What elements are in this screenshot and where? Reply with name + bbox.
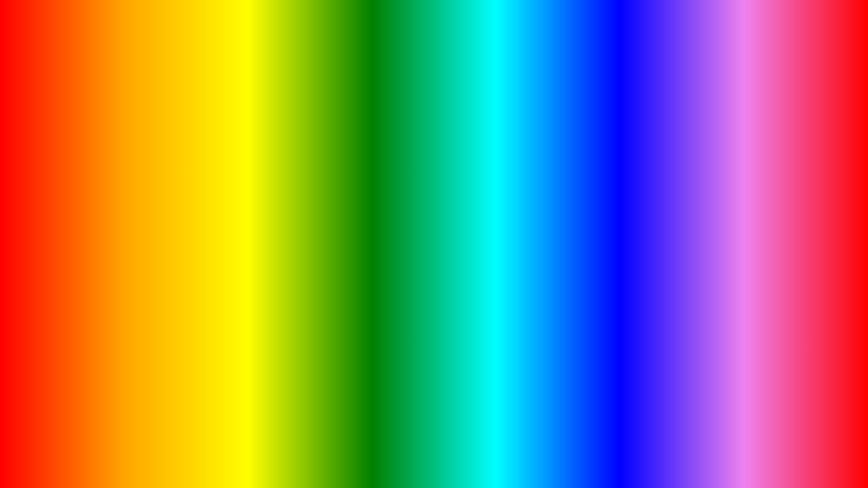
autofarm-ectoplasm-remove[interactable]: ✕ (337, 321, 345, 331)
esp-player-remove[interactable]: ✕ (798, 290, 806, 301)
right-window-header-section: # Raid - ESP — ✕ (734, 192, 806, 201)
right-hash-icon: # (734, 192, 738, 201)
refresh-weapon-button[interactable]: Refresh Weapon (130, 249, 203, 264)
refresh-row: Refresh Weapon (130, 249, 345, 264)
left-window-title: Auto Farm (283, 192, 323, 201)
right-content-area: Auto Next Island Select Raid Quake ▼ Aut… (591, 206, 813, 371)
right-window-title: Raid - ESP (743, 192, 785, 201)
left-window-header-row: Auto Farm Select Weapon (55, 206, 352, 220)
right-window: StringX Hub | BF # Raid - ESP — ✕ Auto I… (522, 187, 814, 372)
weapon-value: Death Step (136, 230, 173, 239)
auto-home-point-toggle[interactable] (323, 270, 345, 281)
skull-icon: 💀 (764, 407, 788, 430)
second-toggle[interactable] (323, 287, 345, 298)
esp-chest-row: ESP Chest ✕ (597, 306, 806, 325)
weapon-row: Death Step ▼ (130, 227, 345, 242)
right-close-button[interactable]: ✕ (800, 192, 806, 201)
right-nav-auto-item[interactable]: Auto Item (523, 232, 590, 251)
autofarm-ectoplasm-label: AutoFarm Ectoplasm (130, 322, 199, 330)
esp-flower-row: ESP Flower ✕ (597, 345, 806, 365)
esp-flower-remove[interactable]: ✕ (798, 349, 806, 360)
script-pastebin-label: SCRIPT PASTEBIN (474, 429, 692, 458)
left-window-body: Auto Farm Auto Item Stats Teleport Raid … (55, 220, 352, 383)
minimize-button[interactable]: — (326, 192, 334, 201)
esp-player-row: ESP Player ✕ (597, 286, 806, 306)
left-window-header-section: # Auto Farm — ✕ (270, 192, 345, 201)
weapon-dropdown[interactable]: Death Step ▼ (130, 227, 238, 242)
nav-raid-esp[interactable]: Raid - ESP (55, 322, 122, 341)
left-sidebar-nav: Auto Farm Auto Item Stats Teleport Raid … (55, 241, 123, 383)
right-nav-teleport[interactable]: Teleport (523, 270, 590, 289)
nav-teleport[interactable]: Teleport (55, 303, 122, 322)
esp-player-label: ESP Player (597, 291, 639, 300)
right-window-brand: StringX Hub | BF (530, 192, 594, 201)
bf-logo: 💀 BLOX FRUITS (744, 400, 808, 466)
esp-chest-remove[interactable]: ✕ (798, 310, 806, 321)
bf-logo-text2: FRUITS (754, 444, 798, 458)
hash-icon: # (270, 192, 275, 201)
left-window-titlebar: StringX Hub | BF # Auto Farm — ✕ (55, 188, 352, 206)
esp-chest-label: ESP Chest (597, 310, 637, 320)
auto-farm-nav-label: Auto Farm (62, 209, 203, 217)
auto-next-island-row: Auto Next Island (597, 213, 806, 231)
raid-dropdown[interactable]: Quake ▼ (597, 245, 806, 260)
svg-text:StringX: StringX (414, 301, 437, 308)
nav-misc[interactable]: Misc (55, 379, 122, 398)
right-sidebar-nav: Auto Item Stats Teleport Raid - ESP Devi… (523, 226, 591, 371)
autofarm-ectoplasm-row: AutoFarm Ectoplasm ✕ (130, 319, 345, 334)
character-area: StringX (378, 297, 473, 394)
auto-raid-remove[interactable]: ✕ (798, 270, 806, 281)
nav-devil-fruit[interactable]: Devil Fruit (55, 341, 122, 360)
auto-home-point-row: Auto Home Point (130, 270, 345, 281)
close-button[interactable]: ✕ (339, 192, 345, 201)
right-nav-devil-fruit[interactable]: Devil Fruit (523, 308, 590, 327)
autofarm-bone-label: AutoFarm Bone (130, 306, 182, 314)
left-window-controls: — ✕ (326, 192, 345, 201)
auto-raid-row: Auto Raid ✕ (597, 266, 806, 286)
raid-value: Quake (604, 248, 625, 256)
autofarm-bone-row: AutoFarm Bone ✕ (130, 303, 345, 319)
left-window-brand: StringX Hub | BF (62, 192, 126, 201)
select-raid-label: Select Raid (597, 231, 806, 245)
auto-next-island-label: Auto Next Island (597, 217, 657, 226)
right-window-controls: — ✕ (787, 192, 806, 201)
lightning-effect: StringX (378, 297, 473, 392)
right-nav-stats[interactable]: Stats (523, 251, 590, 270)
nav-shop[interactable]: Shop (55, 360, 122, 379)
nav-auto-farm[interactable]: Auto Farm (55, 246, 122, 265)
page-title: BLOX FRUITS (202, 18, 666, 92)
nav-auto-item[interactable]: Auto Item (55, 265, 122, 284)
auto-raid-label: Auto Raid (597, 271, 633, 281)
autofarm-bone-remove[interactable]: ✕ (337, 305, 345, 316)
auto-farm-label: AUTO FARM (176, 407, 466, 462)
work-mobile-badge: WORK MOBILE (411, 150, 513, 217)
svg-point-0 (388, 307, 462, 382)
bottom-text: AUTO FARM SCRIPT PASTEBIN (176, 407, 692, 462)
dropdown-arrow-icon: ▼ (224, 230, 232, 239)
select-weapon-nav-label: Select Weapon (203, 209, 345, 217)
second-toggle-row (130, 287, 345, 298)
right-window-titlebar: StringX Hub | BF # Raid - ESP — ✕ (523, 188, 813, 206)
left-window: StringX Hub | BF # Auto Farm — ✕ Auto Fa… (54, 187, 353, 405)
left-content-area: Death Step ▼ Refresh Weapon Auto Home Po… (123, 220, 352, 383)
right-minimize-button[interactable]: — (787, 192, 795, 201)
esp-devil-fruit-remove[interactable]: ✕ (798, 329, 806, 340)
right-nav-raid-esp[interactable]: Raid - ESP (523, 289, 590, 308)
esp-devil-fruit-label: ESP Devil Fruit (597, 330, 652, 340)
nav-stats[interactable]: Stats (55, 284, 122, 303)
right-window-body: Auto Item Stats Teleport Raid - ESP Devi… (523, 206, 813, 371)
auto-home-point-label: Auto Home Point (130, 272, 186, 280)
bf-logo-text: BLOX (759, 430, 793, 444)
esp-devil-fruit-row: ESP Devil Fruit ✕ (597, 325, 806, 345)
esp-flower-label: ESP Flower (597, 350, 640, 359)
raid-dropdown-arrow: ▼ (793, 248, 800, 256)
game-background: BLOX FRUITS MOBILE ✓ ANDROID ✓ WORK MOBI… (5, 5, 863, 483)
right-nav-shop[interactable]: Shop (523, 327, 590, 346)
